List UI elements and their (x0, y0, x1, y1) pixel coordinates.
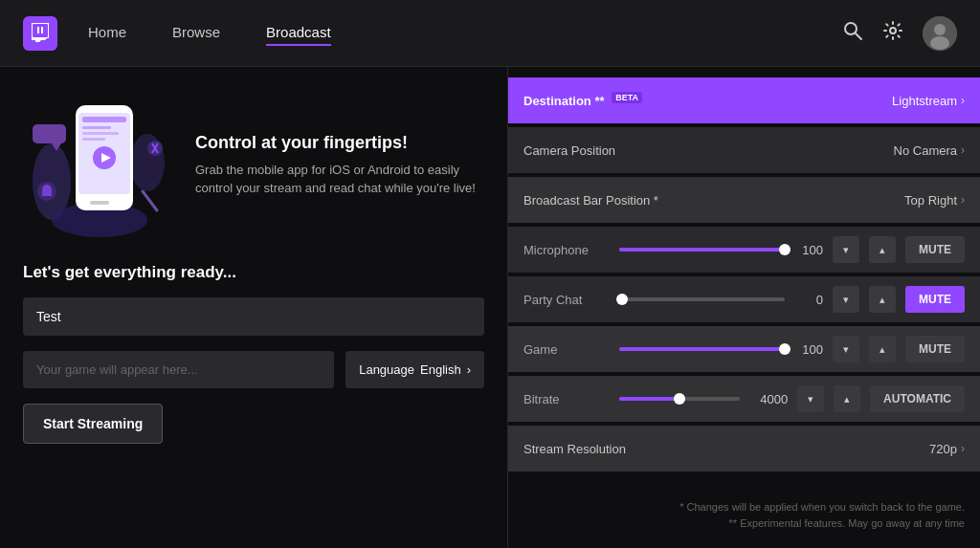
chevron-right-icon: › (961, 442, 965, 455)
destination-row[interactable]: Destination ** BETA Lightstream › (508, 77, 980, 123)
microphone-up-button[interactable]: ▴ (869, 236, 896, 263)
game-value: 100 (794, 342, 823, 357)
microphone-label: Microphone (523, 243, 610, 257)
chevron-right-icon: › (467, 362, 471, 377)
svg-line-27 (143, 191, 157, 210)
game-thumb[interactable] (779, 343, 791, 355)
header: Home Browse Broadcast (0, 0, 980, 67)
party-chat-up-button[interactable]: ▴ (869, 286, 896, 313)
nav-broadcast[interactable]: Broadcast (266, 20, 331, 46)
party-chat-value: 0 (794, 293, 823, 307)
svg-rect-24 (33, 124, 66, 143)
hero-text: Control at your fingertips! Grab the mob… (195, 133, 484, 198)
notes: * Changes will be applied when you switc… (508, 492, 980, 538)
microphone-slider[interactable] (619, 248, 785, 252)
nav-browse[interactable]: Browse (172, 20, 220, 46)
microphone-thumb[interactable] (779, 244, 791, 255)
svg-rect-18 (82, 126, 111, 129)
logo[interactable] (23, 16, 57, 51)
main-content: Control at your fingertips! Grab the mob… (0, 67, 980, 548)
start-streaming-button[interactable]: Start Streaming (23, 404, 163, 444)
party-chat-mute-button[interactable]: MUTE (905, 286, 965, 313)
beta-badge: BETA (612, 92, 642, 103)
game-slider[interactable] (619, 347, 785, 351)
nav-home[interactable]: Home (88, 20, 126, 46)
game-label: Game (523, 342, 610, 357)
header-right (842, 16, 957, 51)
party-chat-row: Party Chat 0 ▾ ▴ MUTE (508, 276, 980, 322)
camera-position-row[interactable]: Camera Position No Camera › (508, 127, 980, 173)
svg-point-10 (934, 24, 946, 35)
bitrate-slider[interactable] (619, 397, 740, 401)
microphone-fill (619, 248, 785, 252)
broadcast-bar-value: Top Right › (904, 193, 965, 208)
svg-rect-5 (41, 27, 43, 33)
svg-point-11 (930, 36, 949, 50)
bitrate-row: Bitrate 4000 ▾ ▴ AUTOMATIC (508, 376, 980, 422)
stream-resolution-row[interactable]: Stream Resolution 720p › (508, 426, 980, 471)
microphone-mute-button[interactable]: MUTE (905, 236, 965, 263)
svg-rect-23 (90, 201, 109, 205)
bitrate-up-button[interactable]: ▴ (834, 385, 860, 412)
avatar[interactable] (923, 16, 957, 51)
language-value: English (420, 362, 461, 377)
camera-position-label: Camera Position (523, 143, 894, 158)
ready-text: Let's get everything ready... (23, 263, 484, 282)
left-panel: Control at your fingertips! Grab the mob… (0, 67, 507, 548)
hero-section: Control at your fingertips! Grab the mob… (23, 86, 484, 244)
bitrate-value: 4000 (749, 392, 788, 406)
svg-rect-17 (82, 117, 126, 122)
party-chat-label: Party Chat (523, 293, 610, 307)
camera-position-value: No Camera › (894, 143, 965, 158)
svg-line-7 (856, 33, 861, 39)
hero-title: Control at your fingertips! (195, 133, 484, 153)
hero-desc: Grab the mobile app for iOS or Android t… (195, 161, 484, 198)
stream-title-input[interactable] (23, 297, 484, 336)
party-chat-thumb[interactable] (616, 294, 628, 305)
bitrate-label: Bitrate (523, 392, 610, 406)
notes-line1: * Changes will be applied when you switc… (523, 499, 965, 515)
game-mute-button[interactable]: MUTE (905, 336, 965, 362)
destination-label: Destination ** BETA (523, 93, 892, 108)
stream-resolution-value: 720p › (929, 442, 965, 456)
svg-point-6 (845, 23, 857, 34)
chevron-right-icon: › (961, 193, 965, 207)
search-icon[interactable] (842, 20, 863, 46)
destination-value: Lightstream › (892, 94, 965, 108)
bitrate-automatic-button[interactable]: AUTOMATIC (870, 385, 965, 412)
svg-rect-4 (37, 27, 39, 33)
language-button[interactable]: Language English › (345, 351, 484, 388)
party-chat-slider[interactable] (619, 297, 785, 301)
bottom-row: Language English › (23, 351, 484, 388)
game-down-button[interactable]: ▾ (833, 336, 859, 362)
broadcast-bar-position-row[interactable]: Broadcast Bar Position * Top Right › (508, 177, 980, 223)
game-fill (619, 347, 785, 351)
party-chat-down-button[interactable]: ▾ (833, 286, 859, 313)
svg-rect-3 (33, 24, 48, 37)
svg-rect-19 (82, 132, 119, 135)
stream-resolution-label: Stream Resolution (523, 442, 929, 456)
broadcast-bar-label: Broadcast Bar Position * (523, 193, 904, 208)
chevron-right-icon: › (961, 94, 965, 107)
svg-rect-20 (82, 138, 105, 141)
main-nav: Home Browse Broadcast (88, 20, 842, 46)
microphone-value: 100 (794, 243, 823, 257)
game-up-button[interactable]: ▴ (869, 336, 896, 362)
chevron-right-icon: › (961, 143, 965, 157)
language-label: Language (359, 362, 414, 377)
bitrate-down-button[interactable]: ▾ (797, 385, 824, 412)
game-input[interactable] (23, 351, 334, 388)
game-row: Game 100 ▾ ▴ MUTE (508, 326, 980, 372)
svg-point-8 (890, 28, 896, 33)
bitrate-fill (619, 397, 679, 401)
right-panel: Destination ** BETA Lightstream › Camera… (508, 67, 980, 548)
microphone-down-button[interactable]: ▾ (833, 236, 859, 263)
settings-icon[interactable] (882, 20, 903, 46)
bitrate-thumb[interactable] (674, 393, 685, 405)
notes-line2: ** Experimental features. May go away at… (523, 515, 965, 532)
microphone-row: Microphone 100 ▾ ▴ MUTE (508, 227, 980, 273)
illustration (23, 86, 176, 244)
